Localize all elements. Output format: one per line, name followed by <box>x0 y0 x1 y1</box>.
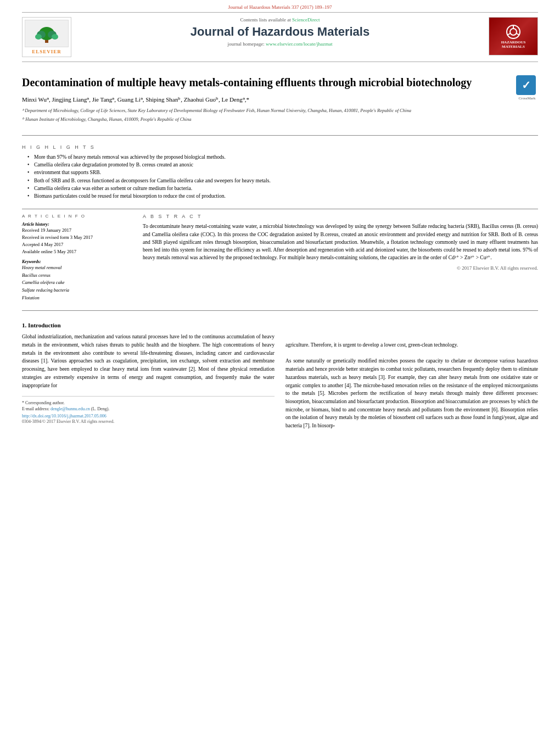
homepage-line: journal homepage: www.elsevier.com/locat… <box>80 41 480 47</box>
main-body: 1. Introduction Global industrialization… <box>22 315 538 437</box>
keywords-label: Keywords: <box>22 259 132 264</box>
journal-reference: Journal of Hazardous Materials 337 (2017… <box>22 0 538 12</box>
affiliation-a: ᵃ Department of Microbiology, College of… <box>22 108 507 114</box>
divider-3 <box>22 310 538 311</box>
highlight-item: More than 97% of heavy metals removal wa… <box>27 153 538 161</box>
keyword-2: Bacillus cereus <box>22 272 132 280</box>
highlight-item: Camellia oleifera cake was either as sor… <box>27 185 538 192</box>
keyword-5: Flotation <box>22 294 132 302</box>
svg-point-5 <box>52 34 58 40</box>
available-date: Available online 5 May 2017 <box>22 248 132 255</box>
article-info-col: A R T I C L E I N F O Article history: R… <box>22 214 132 306</box>
highlights-section: H I G H L I G H T S More than 97% of hea… <box>22 140 538 205</box>
copyright-line: © 2017 Elsevier B.V. All rights reserved… <box>143 265 538 271</box>
corresponding-note: * Corresponding author. E-mail address: … <box>22 400 275 412</box>
keyword-3: Camellia oleifera cake <box>22 279 132 287</box>
highlight-item: Camellia oleifera cake degradation promo… <box>27 161 538 169</box>
email-link[interactable]: dengle@hunnu.edu.cn <box>51 406 90 411</box>
hazmat-label: HAZARDOUSMATERIALS <box>501 40 526 49</box>
section1-header: 1. Introduction <box>22 322 538 328</box>
highlight-item: environment that supports SRB. <box>27 169 538 176</box>
contents-line: Contents lists available at ScienceDirec… <box>80 17 480 23</box>
divider-2 <box>22 209 538 209</box>
body-left-col: Global industrialization, mechanization … <box>22 333 275 430</box>
journal-header-center: Contents lists available at ScienceDirec… <box>80 17 480 47</box>
svg-line-10 <box>517 34 519 35</box>
issn-line: 0304-3894/© 2017 Elsevier B.V. All right… <box>22 419 275 424</box>
body-text-right: agriculture. Therefore, it is urgent to … <box>285 333 538 430</box>
keywords-section: Keywords: Heavy metal removal Bacillus c… <box>22 259 132 302</box>
keyword-4: Sulfate reducing bacteria <box>22 287 132 294</box>
body-right-col: agriculture. Therefore, it is urgent to … <box>285 333 538 430</box>
body-columns: Global industrialization, mechanization … <box>22 333 538 430</box>
highlights-list: More than 97% of heavy metals removal wa… <box>22 153 538 200</box>
authors-line: Minxi Wuᵃ, Jingjing Liangᵃ, Jie Tangᵃ, G… <box>22 96 507 103</box>
abstract-label: A B S T R A C T <box>143 214 538 219</box>
svg-point-7 <box>510 29 517 35</box>
doi-link[interactable]: http://dx.doi.org/10.1016/j.jhazmat.2017… <box>22 414 107 419</box>
crossmark-logo: ✓ CrossMark <box>516 75 538 101</box>
journal-header: ELSEVIER Contents lists available at Sci… <box>22 12 538 62</box>
revised-date: Received in revised form 3 May 2017 <box>22 234 132 241</box>
article-title-section: Decontamination of multiple heavy metals… <box>22 64 538 131</box>
divider-1 <box>22 135 538 136</box>
journal-title: Journal of Hazardous Materials <box>80 25 480 39</box>
keyword-1: Heavy metal removal <box>22 264 132 272</box>
hazmat-logo: HAZARDOUSMATERIALS <box>489 17 538 55</box>
highlight-item: Biomass particulates could be reused for… <box>27 192 538 200</box>
homepage-link[interactable]: www.elsevier.com/locate/jhazmat <box>266 41 332 47</box>
footnote-section: * Corresponding author. E-mail address: … <box>22 396 275 423</box>
highlights-label: H I G H L I G H T S <box>22 144 538 150</box>
elsevier-wordmark: ELSEVIER <box>25 49 69 54</box>
body-text-left: Global industrialization, mechanization … <box>22 333 275 389</box>
abstract-col: A B S T R A C T To decontaminate heavy m… <box>143 214 538 306</box>
svg-line-9 <box>507 34 510 35</box>
sciencedirect-link[interactable]: ScienceDirect <box>292 17 320 23</box>
affiliation-b: ᵇ Hunan Institute of Microbiology, Chang… <box>22 116 507 123</box>
received-date: Received 19 January 2017 <box>22 227 132 234</box>
article-title: Decontamination of multiple heavy metals… <box>22 75 507 90</box>
highlight-item: Both of SRB and B. cereus functioned as … <box>27 177 538 185</box>
accepted-date: Accepted 4 May 2017 <box>22 241 132 248</box>
info-abstract-section: A R T I C L E I N F O Article history: R… <box>22 214 538 306</box>
abstract-text: To decontaminate heavy metal-containing … <box>143 222 538 261</box>
article-info-label: A R T I C L E I N F O <box>22 214 132 219</box>
doi-line: http://dx.doi.org/10.1016/j.jhazmat.2017… <box>22 414 275 419</box>
article-history: Article history: Received 19 January 201… <box>22 222 132 255</box>
elsevier-logo: ELSEVIER <box>22 17 71 57</box>
svg-point-4 <box>35 34 42 40</box>
article-history-label: Article history: <box>22 222 132 227</box>
